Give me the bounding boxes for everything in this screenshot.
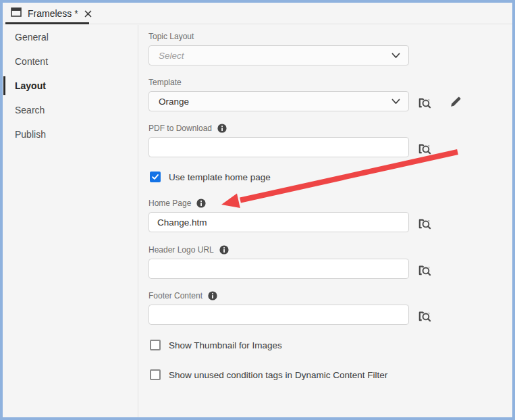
template-field: Template Orange [148, 78, 409, 111]
sidebar-item-label: Publish [15, 129, 46, 140]
sidebar-item-label: Layout [15, 80, 46, 91]
checkbox-checked-icon[interactable] [150, 172, 161, 182]
home-page-field: Home Page [148, 199, 409, 232]
footer-content-input[interactable] [148, 305, 409, 325]
settings-sidebar: General Content Layout Search Publish [3, 25, 138, 417]
sidebar-item-search[interactable]: Search [3, 98, 138, 122]
sidebar-item-general[interactable]: General [3, 25, 138, 49]
layout-settings-panel: Topic Layout Select Template Orange [139, 25, 512, 417]
sidebar-item-label: General [15, 32, 49, 43]
browse-location-icon[interactable] [416, 261, 433, 278]
window-icon [11, 7, 22, 20]
checkbox-label: Use template home page [169, 172, 271, 182]
checkbox-unchecked-icon[interactable] [150, 340, 161, 350]
checkbox-label: Show unused condition tags in Dynamic Co… [169, 370, 387, 380]
sidebar-item-layout[interactable]: Layout [3, 74, 138, 98]
info-icon[interactable] [217, 124, 227, 133]
use-template-home-page-checkbox[interactable]: Use template home page [150, 172, 271, 182]
show-thumbnail-checkbox[interactable]: Show Thumbnail for Images [150, 340, 282, 350]
browse-location-icon[interactable] [416, 307, 433, 323]
sidebar-item-label: Search [15, 105, 45, 115]
tab-bar: Frameless * [3, 3, 512, 24]
browse-location-icon[interactable] [416, 215, 433, 231]
sidebar-item-publish[interactable]: Publish [3, 122, 138, 147]
topic-layout-select[interactable]: Select [148, 45, 409, 65]
topic-layout-placeholder: Select [159, 51, 184, 61]
template-select[interactable]: Orange [148, 91, 409, 111]
edit-pencil-icon[interactable] [448, 94, 464, 110]
pdf-to-download-input[interactable] [148, 137, 409, 157]
header-logo-url-field: Header Logo URL [148, 245, 409, 279]
frameless-settings-window: Frameless * General Content Layout Searc… [0, 0, 515, 420]
home-page-label: Home Page [148, 199, 191, 208]
footer-content-field: Footer Content [148, 291, 409, 325]
checkbox-unchecked-icon[interactable] [150, 369, 161, 380]
info-icon[interactable] [208, 291, 217, 300]
tab-frameless[interactable]: Frameless * [5, 3, 99, 24]
close-icon[interactable] [84, 10, 92, 18]
tab-title: Frameless * [28, 8, 78, 19]
browse-location-icon[interactable] [416, 94, 433, 110]
home-page-input[interactable] [148, 212, 409, 232]
browse-location-icon[interactable] [416, 140, 433, 156]
sidebar-item-label: Content [15, 56, 48, 67]
show-unused-condition-tags-checkbox[interactable]: Show unused condition tags in Dynamic Co… [150, 369, 387, 380]
topic-layout-label: Topic Layout [148, 32, 194, 41]
info-icon[interactable] [219, 245, 229, 255]
checkbox-label: Show Thumbnail for Images [169, 340, 282, 350]
pdf-to-download-label: PDF to Download [148, 124, 212, 133]
template-value: Orange [159, 97, 189, 107]
header-logo-url-input[interactable] [148, 259, 409, 279]
template-label: Template [148, 78, 182, 87]
chevron-down-icon [391, 51, 400, 61]
active-tab-underline [5, 22, 89, 24]
footer-content-label: Footer Content [148, 291, 202, 300]
topic-layout-field: Topic Layout Select [148, 32, 409, 65]
pdf-to-download-field: PDF to Download [148, 124, 409, 157]
sidebar-item-content[interactable]: Content [3, 49, 138, 74]
info-icon[interactable] [196, 199, 206, 208]
chevron-down-icon [391, 97, 400, 107]
header-logo-url-label: Header Logo URL [148, 245, 214, 255]
